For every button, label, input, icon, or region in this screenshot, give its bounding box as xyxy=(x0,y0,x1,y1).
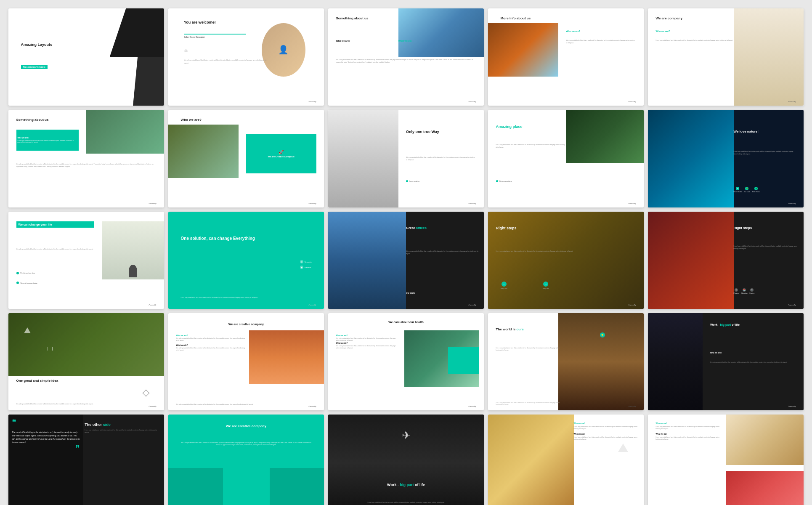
slide-20[interactable]: Work - big part of life Who we are? It i… xyxy=(648,313,804,410)
slide-23-body: It is a long established fact that a rea… xyxy=(352,502,461,504)
slide-6-body: It is a long established fact that a rea… xyxy=(16,163,157,168)
slide-10[interactable]: We love nature! It is a long established… xyxy=(648,110,804,207)
slide-15-icon1: ♥ Passion xyxy=(734,288,739,294)
slide-13-footer: PoweredBy xyxy=(469,304,476,306)
slide-25-what: What we do? xyxy=(656,433,721,435)
slide-8-image xyxy=(328,110,398,207)
slide-2[interactable]: You are welcome! John Doe / Designer ❝ I… xyxy=(168,8,324,106)
slide-17[interactable]: We are creative company Who we are? It i… xyxy=(168,313,324,410)
slide-18-green-block xyxy=(448,347,479,375)
dark-shape-2 xyxy=(133,57,164,106)
slide-14[interactable]: Right steps It is a long established fac… xyxy=(488,212,644,309)
slide-9-body: It is a long established fact that a rea… xyxy=(496,144,566,149)
slide-24-image xyxy=(488,415,574,505)
slide-9-tag: Winter mountains xyxy=(496,180,512,182)
slide-9[interactable]: Amazing place It is a long established f… xyxy=(488,110,644,207)
slide-18[interactable]: We care about our health Who we are? It … xyxy=(328,313,484,410)
slide-20-body: It is a long established fact that a rea… xyxy=(710,361,796,364)
slide-23-bg xyxy=(328,415,484,505)
slide-8[interactable]: Only one true Way It is a long establish… xyxy=(328,110,484,207)
slide-2-name: John Doe / Designer xyxy=(184,36,205,38)
slide-17-who: Who we are? xyxy=(176,335,247,337)
slides-grid: Amazing Layouts Presentation Template Yo… xyxy=(8,8,804,505)
slide-19[interactable]: The world is ours It is a long establish… xyxy=(488,313,644,410)
slide-24-right: Who we are? It is a long established fac… xyxy=(574,423,639,444)
slide-14-heading: Right steps xyxy=(496,226,517,231)
slide-16-heading: One great and simple idea xyxy=(16,379,58,383)
slide-24[interactable]: Who we are? It is a long established fac… xyxy=(488,415,644,505)
triangle-icon xyxy=(24,327,31,333)
slide-12-icon1: ⊕ Networks xyxy=(300,260,312,263)
slide-15[interactable]: Right steps It is a long established fac… xyxy=(648,212,804,309)
plant-icon xyxy=(129,265,137,277)
slide-25-who: Who we are? xyxy=(656,423,721,425)
slide-19-brand: PoweredBy xyxy=(629,406,636,407)
quote-icon: ❝ xyxy=(12,418,80,426)
slide-16-body: It is a long established fact that a rea… xyxy=(16,403,157,406)
slide-2-heading: You are welcome! xyxy=(184,20,216,24)
triangle-icon xyxy=(618,444,628,452)
slide-15-heading: Right steps xyxy=(734,226,799,230)
slide-17-body2: It is a long established fact that a rea… xyxy=(176,347,247,352)
slide-19-body: It is a long established fact that a rea… xyxy=(496,347,561,352)
slide-22[interactable]: We are creative company It is a long est… xyxy=(168,415,324,505)
slide-3[interactable]: Something about us Who we are? What we d… xyxy=(328,8,484,106)
quote-close-icon: ❞ xyxy=(12,444,80,452)
slide-25-body2: It is a long established fact that a rea… xyxy=(656,436,721,441)
slide-19-image xyxy=(558,313,644,410)
slide-8-tag-text: Good weather xyxy=(409,180,419,182)
slide-4[interactable]: More info about us Who we are? It is a l… xyxy=(488,8,644,106)
slide-6[interactable]: Something about us Who we are? It is a l… xyxy=(8,110,164,207)
slide-20-colored: big part xyxy=(720,323,731,326)
slide-23-colored: big part xyxy=(400,483,414,487)
slide-25-body1: It is a long established fact that a rea… xyxy=(656,426,721,431)
tree-icon: 🌲 xyxy=(754,187,758,190)
slide-1[interactable]: Amazing Layouts Presentation Template xyxy=(8,8,164,106)
slide-23-heading: Work - big part of life xyxy=(336,483,476,488)
slide-11-step2: ✓ Second important step xyxy=(16,282,37,284)
slide-25[interactable]: Who we are? It is a long established fac… xyxy=(648,415,804,505)
slide-11[interactable]: We can change your life It is a long est… xyxy=(8,212,164,309)
slide-23[interactable]: ✈ Work - big part of life It is a long e… xyxy=(328,415,484,505)
slide-2-quote-icon: ❝ xyxy=(184,48,188,57)
slide-7[interactable]: Who we are? 🚀 We are Creative Company! P… xyxy=(168,110,324,207)
lines-icon xyxy=(48,347,53,351)
slide-4-heading: More info about us xyxy=(501,16,531,20)
slide-5[interactable]: We are company Who we are? It is a long … xyxy=(648,8,804,106)
slide-18-body1: It is a long established fact that a rea… xyxy=(336,338,398,342)
slide-18-what: What we do? xyxy=(336,342,398,344)
slide-21-heading: The other side xyxy=(85,423,159,428)
slide-3-footer: PoweredBy xyxy=(469,101,476,103)
slide-6-image xyxy=(86,110,164,154)
slide-20-footer: PoweredBy xyxy=(788,406,796,407)
slide-21[interactable]: ❝ The most difficult thing is the decisi… xyxy=(8,415,164,505)
slide-1-title: Amazing Layouts xyxy=(21,43,53,48)
slide-3-who: Who we are? xyxy=(336,40,350,42)
slide-6-green-text: It is a long established fact that a rea… xyxy=(18,140,77,143)
slide-13-heading: Great offices xyxy=(406,226,479,230)
slide-4-image xyxy=(488,23,558,77)
slide-3-image xyxy=(398,8,484,57)
slide-21-colored: side xyxy=(103,423,111,427)
present-icon: ◉ xyxy=(300,266,303,269)
slide-16-footer: PoweredBy xyxy=(149,406,157,407)
education-icon: 📚 xyxy=(743,288,746,292)
slide-16[interactable]: One great and simple idea It is a long e… xyxy=(8,313,164,410)
slide-4-body: It is a long established fact that a rea… xyxy=(566,40,636,44)
slide-8-tag: Good weather xyxy=(406,180,419,182)
slide-15-icon2: 📚 Education xyxy=(741,288,748,294)
slide-12[interactable]: One solution, can change Everything ⊕ Ne… xyxy=(168,212,324,309)
slide-15-bg xyxy=(648,212,734,309)
slide-8-body: It is a long established fact that a rea… xyxy=(406,157,476,161)
slide-12-icons: ⊕ Networks ◉ Presents xyxy=(300,260,312,269)
slide-25-left: Who we are? It is a long established fac… xyxy=(656,423,721,444)
slide-6-footer: PoweredBy xyxy=(149,203,157,205)
slide-22-heading: We are creative company xyxy=(176,424,316,428)
slide-4-who: Who we are? xyxy=(566,30,580,32)
slide-13[interactable]: Great offices It is a long established f… xyxy=(328,212,484,309)
slide-12-icon2: ◉ Presents xyxy=(300,266,312,269)
slide-20-image xyxy=(648,313,703,410)
explore-icon: 🔭 xyxy=(750,288,754,292)
slide-10-heading: We love nature! xyxy=(734,130,796,134)
slide-17-heading: We are creative company xyxy=(176,323,316,326)
